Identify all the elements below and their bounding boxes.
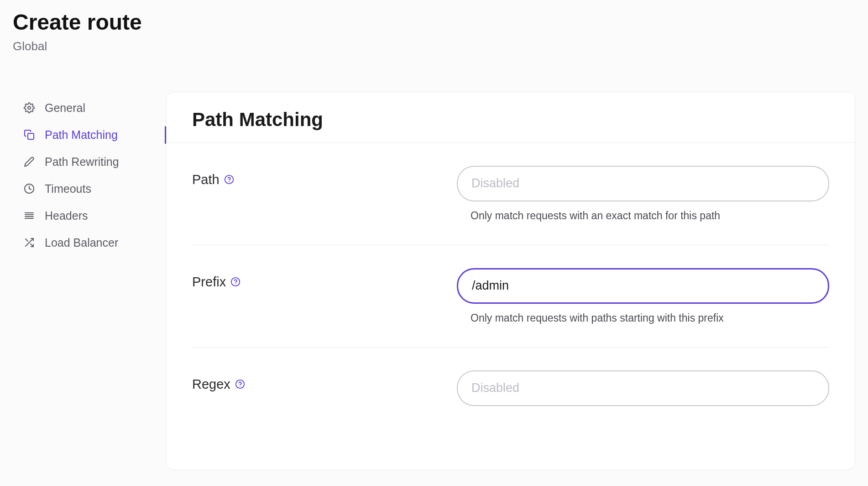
- shuffle-icon: [24, 237, 35, 248]
- content-panel: Path Matching Path Only match requests w…: [166, 92, 855, 470]
- page-subtitle: Global: [13, 39, 855, 53]
- sidebar-item-label: Headers: [45, 209, 88, 222]
- sidebar-item-path-rewriting[interactable]: Path Rewriting: [13, 148, 166, 175]
- main-layout: General Path Matching Path Rewriting: [13, 92, 855, 470]
- sidebar-item-path-matching[interactable]: Path Matching: [13, 122, 166, 148]
- form-control-wrap: Only match requests with an exact match …: [457, 166, 829, 222]
- help-icon[interactable]: [235, 379, 245, 389]
- form-control-wrap: Only match requests with paths starting …: [457, 268, 829, 324]
- prefix-help: Only match requests with paths starting …: [471, 312, 829, 324]
- regex-input[interactable]: [457, 370, 829, 406]
- path-help: Only match requests with an exact match …: [471, 210, 829, 222]
- page-title: Create route: [13, 9, 855, 36]
- sidebar-item-label: Path Rewriting: [45, 155, 119, 169]
- regex-label: Regex: [192, 377, 230, 392]
- svg-point-0: [28, 106, 31, 109]
- sidebar-item-headers[interactable]: Headers: [13, 202, 166, 229]
- svg-line-9: [26, 239, 28, 241]
- svg-rect-1: [28, 133, 34, 139]
- clock-icon: [24, 183, 35, 194]
- help-icon[interactable]: [224, 174, 234, 185]
- sidebar-item-timeouts[interactable]: Timeouts: [13, 175, 166, 202]
- gear-icon: [24, 102, 35, 113]
- form-label-wrap: Path: [192, 166, 457, 187]
- sidebar-nav: General Path Matching Path Rewriting: [13, 92, 166, 470]
- form-row-path: Path Only match requests with an exact m…: [192, 143, 829, 245]
- pencil-icon: [24, 156, 35, 167]
- path-label: Path: [192, 172, 220, 187]
- copy-icon: [24, 129, 35, 140]
- lines-icon: [24, 210, 35, 221]
- prefix-label: Prefix: [192, 275, 226, 290]
- sidebar-item-label: Path Matching: [45, 128, 118, 142]
- sidebar-item-load-balancer[interactable]: Load Balancer: [13, 229, 166, 256]
- form-label-wrap: Prefix: [192, 268, 457, 290]
- sidebar-item-label: Load Balancer: [45, 236, 118, 249]
- prefix-input[interactable]: [457, 268, 829, 304]
- form-row-prefix: Prefix Only match requests with paths st…: [192, 245, 829, 348]
- help-icon[interactable]: [230, 277, 241, 287]
- sidebar-item-label: General: [45, 101, 85, 115]
- page-header: Create route Global: [13, 9, 855, 53]
- sidebar-item-label: Timeouts: [45, 182, 91, 195]
- sidebar-item-general[interactable]: General: [13, 95, 166, 122]
- path-input[interactable]: [457, 166, 829, 201]
- form-label-wrap: Regex: [192, 370, 457, 392]
- form-control-wrap: [457, 370, 829, 406]
- section-title: Path Matching: [192, 109, 829, 143]
- form-row-regex: Regex: [192, 348, 829, 406]
